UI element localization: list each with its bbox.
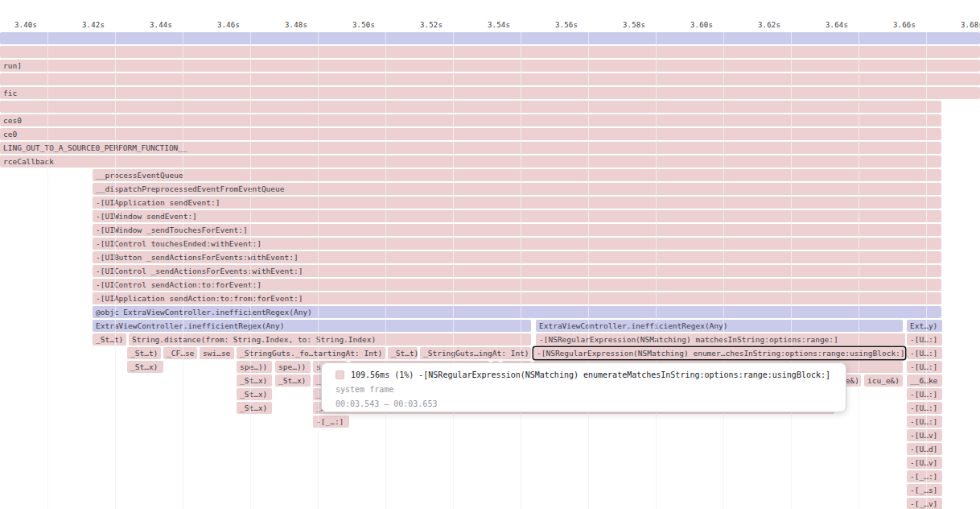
frame-box[interactable]: -[NSRegularExpression(NSMatching) matche… (536, 333, 905, 346)
frame-box[interactable]: _St…x) (237, 375, 272, 387)
frame-box[interactable]: LING_OUT_TO_A_SOURCE0_PERFORM_FUNCTION__ (0, 142, 941, 154)
time-tick-label: 3.56s (555, 21, 578, 29)
frame-box[interactable]: -[UIControl sendAction:to:forEvent:] (93, 279, 941, 291)
frame-box[interactable]: icu_e&) (864, 375, 903, 387)
frame-box[interactable]: ces0 (0, 114, 941, 126)
frame-box[interactable]: -[U…v] (907, 429, 942, 441)
time-tick-label: 3.52s (420, 21, 443, 29)
frame-box[interactable]: spe…)) (275, 361, 311, 373)
frame-box[interactable]: -[UIControl _sendActionsForEvents:withEv… (93, 265, 941, 277)
frame-box[interactable]: __dispatchPreprocessedEventFromEventQueu… (93, 183, 941, 195)
frame-box[interactable]: -[U…:] (907, 333, 942, 346)
frame-box[interactable]: _St…x) (275, 375, 311, 387)
time-tick-label: 3.66s (893, 21, 916, 29)
frame-box[interactable]: _St…x) (237, 388, 272, 400)
frame-box[interactable]: -[UIControl touchesEnded:withEvent:] (93, 238, 941, 250)
frame-box[interactable]: __6…ke (907, 375, 942, 387)
frame-box[interactable]: @objc ExtraViewController.inefficientReg… (93, 306, 941, 318)
frame-box[interactable]: -[_…v] (907, 498, 942, 509)
frame-box[interactable]: _St…x) (237, 402, 272, 414)
time-tick-label: 3.68s (961, 21, 980, 29)
tooltip-subtitle: system frame (336, 383, 838, 395)
frame-box[interactable]: ce0 (0, 128, 941, 140)
frame-box[interactable]: _St…t) (93, 333, 126, 346)
frame-box[interactable]: _St…x) (127, 361, 163, 373)
gridline-overlay (115, 32, 116, 509)
flame-graph[interactable]: run]ficces0ce0LING_OUT_TO_A_SOURCE0_PERF… (0, 0, 980, 509)
frame-box[interactable]: _StringGuts._fo…tartingAt: Int) (237, 347, 385, 359)
timeline-ruler[interactable]: 3.40s3.42s3.44s3.46s3.48s3.50s3.52s3.54s… (0, 0, 980, 32)
time-tick-label: 3.42s (82, 21, 105, 29)
frame-box[interactable]: ExtraViewController.inefficientRegex(Any… (536, 320, 903, 332)
frame-box[interactable]: String.distance(from: String.Index, to: … (129, 333, 531, 346)
frame-box[interactable]: -[UIApplication sendAction:to:from:forEv… (93, 292, 941, 304)
frame-box[interactable]: ExtraViewController.inefficientRegex(Any… (93, 320, 531, 332)
frame-box[interactable] (0, 101, 941, 113)
gridline-overlay (656, 32, 657, 509)
gridline-overlay (926, 32, 927, 509)
frame-box[interactable]: -[U…:] (907, 402, 942, 414)
frame-box[interactable]: -[U…:] (907, 388, 942, 400)
frame-box[interactable]: swi…se (200, 347, 234, 359)
gridline-overlay (250, 32, 251, 509)
gridline-overlay (859, 32, 859, 509)
frame-box[interactable]: -[U…:] (907, 347, 942, 359)
selected-frame-box[interactable]: -[NSRegularExpression(NSMatching) enumer… (533, 347, 905, 359)
frame-box[interactable]: -[_…:] (907, 470, 942, 482)
frame-tooltip: 109.56ms (1%) -[NSRegularExpression(NSMa… (321, 362, 846, 412)
frame-box[interactable]: __processEventQueue (93, 169, 941, 181)
frame-box[interactable]: _CF…se (163, 347, 197, 359)
frame-box[interactable]: rceCallback (0, 155, 941, 168)
frame-box[interactable]: fic (0, 87, 980, 99)
time-tick-label: 3.64s (826, 21, 848, 29)
time-tick-label: 3.48s (285, 21, 307, 29)
frame-box[interactable]: -[UIButton _sendActionsForEvents:withEve… (93, 251, 941, 263)
time-tick-label: 3.40s (14, 21, 37, 29)
gridline-overlay (183, 32, 183, 509)
frame-box[interactable]: -[U…v] (907, 457, 942, 469)
frame-box[interactable]: -[UIWindow _sendTouchesForEvent:] (93, 224, 941, 236)
frame-box[interactable]: run] (0, 60, 980, 72)
gridline-overlay (791, 32, 792, 509)
gridline-overlay (723, 32, 724, 509)
time-tick-label: 3.58s (623, 21, 645, 29)
gridline-overlay (385, 32, 386, 509)
frame-box[interactable]: _St…t) (388, 347, 418, 359)
frame-box[interactable]: -[UIWindow sendEvent:] (93, 210, 941, 222)
time-tick-label: 3.46s (217, 21, 240, 29)
frame-box[interactable]: -[U…d] (907, 443, 942, 455)
time-tick-label: 3.62s (758, 21, 780, 29)
frame-box[interactable]: Ext…y) (907, 320, 942, 332)
gridline-overlay (588, 32, 589, 509)
frame-box[interactable] (0, 73, 980, 85)
frame-box[interactable] (0, 46, 980, 58)
frame-box[interactable]: _St…t) (127, 347, 161, 359)
frame-box[interactable]: spe…)) (237, 361, 272, 373)
frame-box[interactable]: -[_…s] (907, 484, 942, 496)
time-tick-label: 3.44s (150, 21, 172, 29)
frame-color-swatch (336, 370, 344, 379)
frame-box[interactable]: -[U…:] (907, 361, 942, 373)
time-tick-label: 3.54s (488, 21, 510, 29)
time-tick-label: 3.60s (690, 21, 713, 29)
gridline-overlay (47, 32, 48, 509)
time-tick-label: 3.50s (352, 21, 375, 29)
frame-box[interactable]: _StringGuts…ingAt: Int) (420, 347, 531, 359)
tooltip-title: 109.56ms (1%) -[NSRegularExpression(NSMa… (351, 370, 830, 379)
frame-box[interactable]: -[UIApplication sendEvent:] (93, 197, 941, 209)
tooltip-time-range: 00:03.543 — 00:03.653 (336, 398, 838, 410)
gridline-overlay (453, 32, 454, 509)
frame-box[interactable] (0, 32, 980, 44)
tooltip-title-row: 109.56ms (1%) -[NSRegularExpression(NSMa… (336, 369, 838, 381)
gridline-overlay (318, 32, 319, 509)
gridline-overlay (521, 32, 521, 509)
frame-box[interactable]: -[U…:] (907, 416, 942, 428)
